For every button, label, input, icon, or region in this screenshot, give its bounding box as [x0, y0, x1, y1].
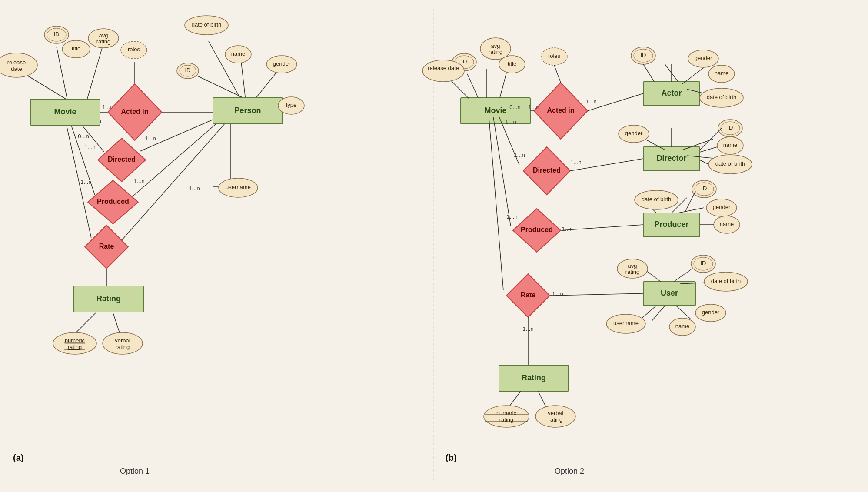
svg-line-36	[561, 225, 643, 230]
person-dob-text: date of birth	[192, 21, 222, 28]
rating-b-numeric-text1: numeric	[496, 410, 517, 416]
diagram-a-caption: Option 1	[120, 467, 150, 475]
user-dob-text: date of birth	[711, 278, 741, 284]
actedin-b-label: Acted in	[547, 106, 574, 114]
actor-label: Actor	[661, 89, 682, 97]
director-name-text: name	[723, 142, 738, 148]
svg-line-23	[113, 313, 120, 332]
movie-b-id-text: ID	[462, 58, 467, 65]
user-id-text: ID	[701, 260, 706, 266]
movie-label: Movie	[54, 107, 76, 116]
produced-label: Produced	[97, 198, 129, 205]
username-text: username	[226, 184, 251, 190]
rate-b-label: Rate	[521, 291, 536, 299]
svg-line-58	[538, 391, 547, 409]
actor-gender-text: gender	[695, 55, 712, 61]
card-b-actedin-actor: 1...n	[585, 98, 596, 105]
svg-line-26	[467, 74, 478, 98]
svg-line-60	[643, 64, 654, 82]
movie-avgrating-text: avg	[99, 32, 108, 39]
movie-b-label: Movie	[484, 106, 506, 115]
person-id-text: ID	[185, 67, 191, 73]
produced-b-label: Produced	[521, 226, 553, 233]
movie-b-title-text: title	[508, 60, 516, 67]
movie-avgrating-text2: rating	[96, 38, 111, 45]
card-b-produced-producer: 1...n	[562, 226, 572, 232]
card-rate-username: 1...n	[189, 185, 200, 192]
producer-name-text: name	[720, 221, 734, 227]
rating-verbal-text1: verbal	[115, 337, 130, 344]
directed-label: Directed	[108, 156, 136, 163]
card-produced-person: 1...n	[133, 178, 144, 184]
actedin-label: Acted in	[121, 108, 148, 115]
user-avgrating-text1: avg	[628, 263, 637, 269]
svg-line-33	[489, 118, 503, 290]
svg-line-48	[678, 208, 704, 213]
card-b-movie-actedin3: 1...n	[505, 119, 516, 125]
rating-b-numeric-text2: rating	[499, 416, 514, 423]
rate-label: Rate	[99, 243, 114, 250]
user-label: User	[661, 289, 678, 297]
card-b-directed-director: 1...n	[570, 159, 581, 166]
producer-id-text: ID	[702, 185, 707, 192]
svg-line-63	[700, 160, 708, 164]
diagram-b-label: (b)	[446, 453, 457, 462]
movie-b-avgrating-text1: avg	[491, 43, 500, 49]
movie-b-avgrating-text2: rating	[489, 49, 503, 55]
er-diagram: (a) Option 1 1...n 1...n 1...n 0...n 1.	[0, 0, 868, 492]
diagram-a-label: (a)	[13, 453, 23, 462]
user-name-text: name	[675, 323, 690, 329]
card-b-rate-rating: 1...n	[522, 326, 533, 332]
director-gender-text: gender	[625, 130, 643, 136]
roles-b-text: roles	[548, 53, 561, 59]
card-movie-directed: 1...n	[84, 144, 95, 150]
person-gender-text: gender	[273, 60, 291, 67]
rating-label: Rating	[96, 294, 121, 303]
directed-b-label: Directed	[533, 166, 561, 174]
producer-gender-text: gender	[713, 204, 731, 210]
svg-line-37	[550, 293, 643, 296]
svg-line-19	[191, 73, 248, 100]
card-movie-produced: 1...n	[80, 179, 91, 185]
person-label: Person	[234, 106, 261, 115]
svg-line-28	[500, 73, 506, 98]
movie-releasedate-text: release	[7, 59, 26, 66]
director-label: Director	[656, 154, 686, 163]
card-movie-below: 0...n	[78, 133, 89, 140]
person-name-text: name	[231, 50, 246, 57]
actor-id-text: ID	[641, 52, 646, 58]
svg-line-51	[674, 269, 691, 282]
roles-text: roles	[128, 46, 140, 53]
movie-title-text: title	[72, 45, 80, 52]
rating-verbal-text2: rating	[116, 344, 130, 350]
svg-line-17	[241, 62, 246, 100]
director-id-text: ID	[728, 124, 733, 131]
movie-id-text: ID	[54, 31, 60, 37]
actor-name-text: name	[715, 70, 729, 76]
director-dob-text: date of birth	[715, 160, 745, 167]
producer-label: Producer	[654, 220, 688, 229]
card-b-rate-user: 1...n	[552, 291, 563, 297]
card-b-movie-produced: 1...n	[506, 213, 517, 220]
svg-line-4	[87, 48, 102, 100]
svg-line-22	[76, 313, 96, 332]
svg-line-59	[554, 65, 561, 83]
actor-dob-text: date of birth	[707, 94, 737, 100]
rating-b-verbal-text1: verbal	[548, 410, 563, 416]
card-b-movie-actedin2: 0...n	[509, 104, 520, 110]
movie-releasedate-text2: date	[11, 66, 22, 72]
user-username-text: username	[613, 320, 639, 326]
person-type-text: type	[286, 102, 297, 108]
rating-b-verbal-text2: rating	[549, 416, 563, 423]
card-b-movie-actedin: 1...n	[528, 104, 539, 110]
diagram-b-caption: Option 2	[555, 467, 584, 475]
card-directed-person: 1...n	[145, 135, 156, 142]
card-b-movie-directed: 1...n	[514, 152, 525, 158]
rating-b-label: Rating	[522, 373, 546, 382]
user-gender-text: gender	[702, 309, 720, 316]
movie-b-releasedate-text1: release date	[428, 65, 459, 71]
svg-line-32	[493, 117, 511, 226]
producer-dob-text: date of birth	[642, 196, 672, 203]
svg-line-53	[676, 306, 691, 319]
user-avgrating-text2: rating	[625, 269, 640, 275]
